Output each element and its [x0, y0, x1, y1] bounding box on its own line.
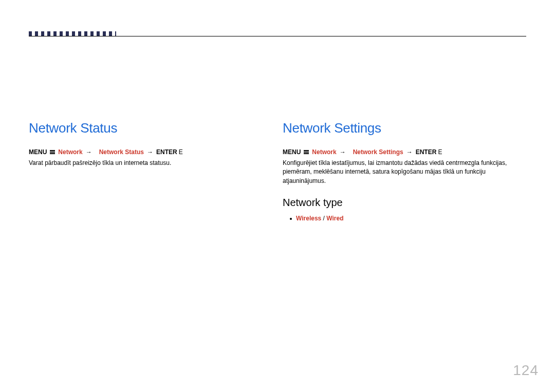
breadcrumb-network-settings-item: Network Settings [353, 148, 403, 156]
breadcrumb-network: Network [58, 148, 82, 156]
page-number: 124 [513, 362, 539, 379]
breadcrumb-enter: ENTER E [156, 148, 183, 156]
header-decoration [29, 31, 116, 36]
arrow-icon: → [147, 148, 153, 156]
breadcrumb-enter: ENTER E [416, 148, 442, 156]
menu-icon [304, 150, 309, 154]
bullet-icon [290, 218, 292, 220]
enter-key-icon: E [438, 148, 442, 156]
option-separator: / [323, 215, 325, 222]
network-type-options: Wireless / Wired [283, 215, 526, 222]
breadcrumb-network-status-item: Network Status [99, 148, 144, 156]
heading-network-settings: Network Settings [283, 120, 526, 136]
breadcrumb-menu: MENU [29, 148, 47, 156]
breadcrumb-network: Network [312, 148, 336, 156]
enter-key-icon: E [179, 148, 183, 156]
right-column: Network Settings MENU Network → Network … [283, 120, 526, 222]
header-rule [29, 36, 526, 36]
arrow-icon: → [340, 148, 346, 156]
enter-label: ENTER [156, 148, 177, 156]
enter-label: ENTER [416, 148, 437, 156]
left-column: Network Status MENU Network → Network St… [29, 120, 255, 167]
breadcrumb-network-status: MENU Network → Network Status → ENTER E [29, 148, 255, 156]
arrow-icon: → [86, 148, 92, 156]
breadcrumb-menu: MENU [283, 148, 301, 156]
menu-icon [50, 150, 55, 154]
arrow-icon: → [406, 148, 413, 156]
desc-network-status: Varat pārbaudīt pašreizējo tīkla un inte… [29, 159, 255, 167]
option-wired: Wired [326, 215, 343, 222]
option-wireless: Wireless [296, 215, 321, 222]
breadcrumb-network-settings: MENU Network → Network Settings → ENTER … [283, 148, 526, 156]
subheading-network-type: Network type [283, 197, 526, 209]
desc-network-settings: Konfigurējiet tīkla iestatījumus, lai iz… [283, 159, 526, 185]
heading-network-status: Network Status [29, 120, 255, 136]
